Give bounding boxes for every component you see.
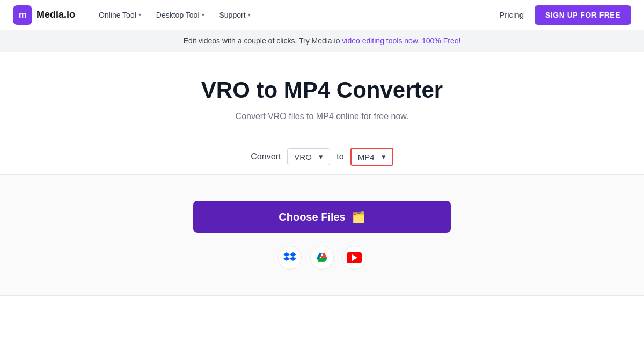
google-drive-button[interactable] xyxy=(310,246,334,270)
folder-icon: 🗂️ xyxy=(352,210,365,223)
youtube-play-icon xyxy=(352,254,357,261)
banner-link[interactable]: video editing tools now. 100% Free! xyxy=(342,37,460,45)
to-format-select[interactable]: MP4 ▾ xyxy=(350,148,393,166)
converter-section: Convert VRO ▾ to MP4 ▾ Choose Files 🗂️ xyxy=(0,139,644,296)
logo-icon: m xyxy=(13,5,32,25)
upload-area: Choose Files 🗂️ xyxy=(0,175,644,295)
convert-label: Convert xyxy=(251,152,281,162)
to-format-chevron-icon: ▾ xyxy=(382,152,386,162)
from-format-select[interactable]: VRO ▾ xyxy=(287,148,330,165)
online-tool-chevron-icon: ▾ xyxy=(138,12,141,18)
header-right: Pricing SIGN UP FOR FREE xyxy=(499,5,631,25)
pricing-link[interactable]: Pricing xyxy=(499,10,524,19)
converter-bar: Convert VRO ▾ to MP4 ▾ xyxy=(0,139,644,175)
dropbox-icon xyxy=(283,251,296,264)
youtube-button[interactable] xyxy=(342,246,366,270)
from-format-chevron-icon: ▾ xyxy=(319,152,323,162)
promo-banner: Edit videos with a couple of clicks. Try… xyxy=(0,30,644,52)
support-chevron-icon: ▾ xyxy=(248,12,251,18)
nav-item-online-tool[interactable]: Online Tool ▾ xyxy=(92,6,148,24)
nav-item-support[interactable]: Support ▾ xyxy=(213,6,257,24)
main-content: VRO to MP4 Converter Convert VRO files t… xyxy=(0,52,644,296)
cloud-services xyxy=(278,246,366,270)
to-label: to xyxy=(336,152,343,162)
choose-files-button[interactable]: Choose Files 🗂️ xyxy=(193,201,451,233)
nav-item-desktop-tool[interactable]: Desktop Tool ▾ xyxy=(150,6,211,24)
youtube-icon xyxy=(347,252,362,263)
main-nav: Online Tool ▾ Desktop Tool ▾ Support ▾ xyxy=(92,6,499,24)
signup-button[interactable]: SIGN UP FOR FREE xyxy=(535,5,631,25)
dropbox-button[interactable] xyxy=(278,246,302,270)
page-title: VRO to MP4 Converter xyxy=(201,77,443,103)
google-drive-icon xyxy=(316,251,328,264)
page-subtitle: Convert VRO files to MP4 online for free… xyxy=(236,112,409,121)
logo-text: Media.io xyxy=(36,9,75,20)
desktop-tool-chevron-icon: ▾ xyxy=(202,12,204,18)
header: m Media.io Online Tool ▾ Desktop Tool ▾ … xyxy=(0,0,644,30)
logo[interactable]: m Media.io xyxy=(13,5,75,25)
